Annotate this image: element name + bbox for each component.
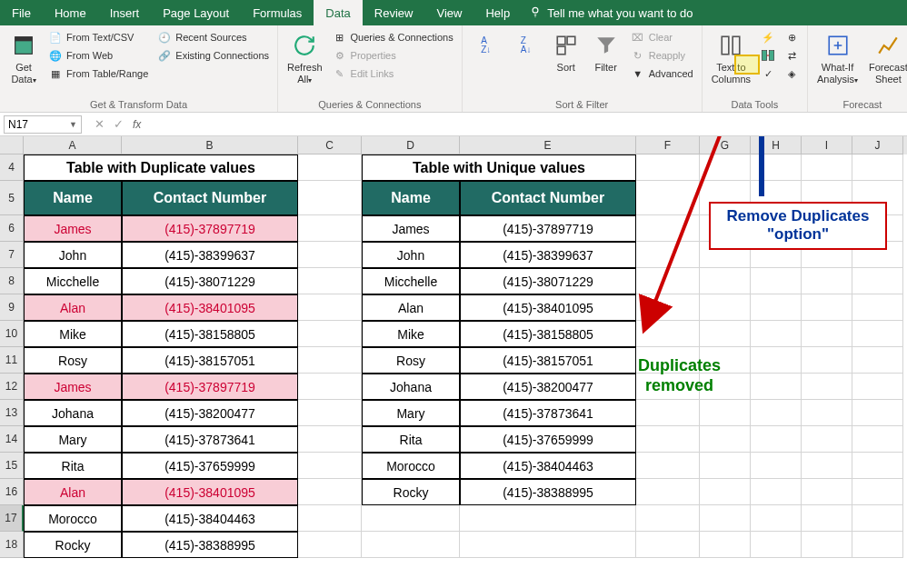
- edit-links-button[interactable]: ✎Edit Links: [330, 65, 456, 82]
- existing-connections-button[interactable]: 🔗Existing Connections: [154, 47, 272, 64]
- cell-J18[interactable]: [852, 532, 903, 558]
- cell-H11[interactable]: [751, 347, 802, 374]
- cell-D14[interactable]: Rita: [362, 426, 460, 453]
- cell-I18[interactable]: [802, 532, 852, 558]
- column-header-E[interactable]: E: [460, 136, 636, 154]
- row-header-4[interactable]: 4: [0, 154, 24, 181]
- cell-J8[interactable]: [852, 268, 903, 294]
- cell-F15[interactable]: [636, 453, 700, 479]
- cell-E12[interactable]: (415)-38200477: [460, 374, 636, 400]
- cell-B8[interactable]: (415)-38071229: [122, 268, 298, 294]
- cell-E8[interactable]: (415)-38071229: [460, 268, 636, 294]
- menu-item-data[interactable]: Data: [314, 0, 362, 25]
- cell-B10[interactable]: (415)-38158805: [122, 321, 298, 347]
- cell-C14[interactable]: [298, 426, 362, 453]
- cell-D16[interactable]: Rocky: [362, 479, 460, 505]
- forecast-sheet-button[interactable]: ForecastSheet: [865, 29, 907, 87]
- cell-A14[interactable]: Mary: [24, 426, 122, 453]
- text-to-columns-button[interactable]: Text toColumns: [708, 29, 754, 87]
- cell-I10[interactable]: [802, 321, 852, 347]
- cell-I12[interactable]: [802, 374, 852, 400]
- row-header-9[interactable]: 9: [0, 294, 24, 321]
- cell-F9[interactable]: [636, 294, 700, 321]
- row-header-8[interactable]: 8: [0, 268, 24, 294]
- row-header-14[interactable]: 14: [0, 426, 24, 453]
- cell-A15[interactable]: Rita: [24, 453, 122, 479]
- cell-J16[interactable]: [852, 479, 903, 505]
- column-header-B[interactable]: B: [122, 136, 298, 154]
- cell-I4[interactable]: [802, 154, 852, 181]
- cell-A17[interactable]: Morocco: [24, 505, 122, 532]
- cell-F6[interactable]: [636, 215, 700, 242]
- cell-I17[interactable]: [802, 505, 852, 532]
- cell-B17[interactable]: (415)-38404463: [122, 505, 298, 532]
- cell-J15[interactable]: [852, 453, 903, 479]
- cell-A13[interactable]: Johana: [24, 400, 122, 426]
- row-header-7[interactable]: 7: [0, 242, 24, 268]
- cell-D8[interactable]: Micchelle: [362, 268, 460, 294]
- cell-B13[interactable]: (415)-38200477: [122, 400, 298, 426]
- cell-A7[interactable]: John: [24, 242, 122, 268]
- cell-G8[interactable]: [700, 268, 751, 294]
- refresh-all-button[interactable]: RefreshAll▾: [284, 29, 326, 87]
- menu-item-file[interactable]: File: [0, 0, 43, 25]
- cell-A6[interactable]: James: [24, 215, 122, 242]
- cell-E17[interactable]: [460, 505, 636, 532]
- cell-B12[interactable]: (415)-37897719: [122, 374, 298, 400]
- cell-F13[interactable]: [636, 400, 700, 426]
- cell-H17[interactable]: [751, 505, 802, 532]
- menu-item-help[interactable]: Help: [473, 0, 522, 25]
- cell-E16[interactable]: (415)-38388995: [460, 479, 636, 505]
- cell-D18[interactable]: [362, 532, 460, 558]
- cell-C7[interactable]: [298, 242, 362, 268]
- cell-H8[interactable]: [751, 268, 802, 294]
- cell-D9[interactable]: Alan: [362, 294, 460, 321]
- row-header-10[interactable]: 10: [0, 321, 24, 347]
- row-header-11[interactable]: 11: [0, 347, 24, 374]
- cell-G17[interactable]: [700, 505, 751, 532]
- cell-E15[interactable]: (415)-38404463: [460, 453, 636, 479]
- cell-F5[interactable]: [636, 181, 700, 215]
- cell-A16[interactable]: Alan: [24, 479, 122, 505]
- cell-A5[interactable]: Name: [24, 181, 122, 215]
- cell-F16[interactable]: [636, 479, 700, 505]
- cell-C11[interactable]: [298, 347, 362, 374]
- cell-A9[interactable]: Alan: [24, 294, 122, 321]
- filter-button[interactable]: Filter: [588, 29, 624, 75]
- cell-F7[interactable]: [636, 242, 700, 268]
- cell-A10[interactable]: Mike: [24, 321, 122, 347]
- cell-F4[interactable]: [636, 154, 700, 181]
- cell-D6[interactable]: James: [362, 215, 460, 242]
- name-box-dropdown-icon[interactable]: ▼: [69, 120, 77, 129]
- cell-F18[interactable]: [636, 532, 700, 558]
- cell-I11[interactable]: [802, 347, 852, 374]
- enter-icon[interactable]: ✓: [114, 117, 124, 131]
- cell-H18[interactable]: [751, 532, 802, 558]
- cell-D4[interactable]: Table with Unique values: [362, 154, 636, 181]
- cell-G9[interactable]: [700, 294, 751, 321]
- fx-icon[interactable]: fx: [133, 118, 146, 131]
- cell-E14[interactable]: (415)-37659999: [460, 426, 636, 453]
- cell-F10[interactable]: [636, 321, 700, 347]
- from-web-button[interactable]: 🌐From Web: [45, 47, 151, 64]
- cell-J13[interactable]: [852, 400, 903, 426]
- consolidate-button[interactable]: ⊕: [782, 29, 802, 45]
- cell-B14[interactable]: (415)-37873641: [122, 426, 298, 453]
- cell-H4[interactable]: [751, 154, 802, 181]
- cell-D5[interactable]: Name: [362, 181, 460, 215]
- cell-A11[interactable]: Rosy: [24, 347, 122, 374]
- cell-F17[interactable]: [636, 505, 700, 532]
- row-header-5[interactable]: 5: [0, 181, 24, 215]
- menu-item-page-layout[interactable]: Page Layout: [151, 0, 241, 25]
- column-header-H[interactable]: H: [751, 136, 802, 154]
- cell-G13[interactable]: [700, 400, 751, 426]
- row-header-12[interactable]: 12: [0, 374, 24, 400]
- cell-E18[interactable]: [460, 532, 636, 558]
- cell-A18[interactable]: Rocky: [24, 532, 122, 558]
- flash-fill-button[interactable]: ⚡: [758, 29, 778, 45]
- properties-button[interactable]: ⚙Properties: [330, 47, 456, 64]
- name-box[interactable]: ▼: [4, 115, 82, 134]
- cell-G4[interactable]: [700, 154, 751, 181]
- cell-A4[interactable]: Table with Duplicate values: [24, 154, 298, 181]
- cell-D17[interactable]: [362, 505, 460, 532]
